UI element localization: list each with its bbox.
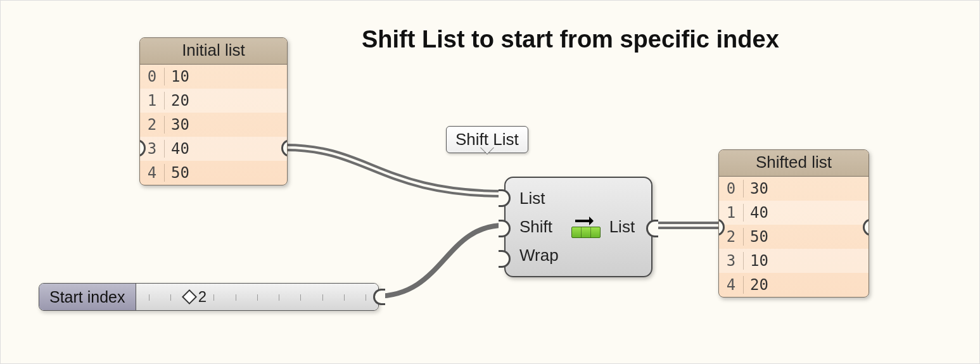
component-tooltip: Shift List — [446, 126, 528, 153]
grasshopper-canvas[interactable]: Shift List to start from specific index … — [0, 0, 980, 364]
table-row: 030 — [719, 177, 869, 201]
panel-rows: 010 120 230 340 450 — [140, 65, 287, 185]
panel-header: Shifted list — [719, 150, 869, 177]
slider-value: 2 — [198, 288, 207, 306]
slider-start-index[interactable]: Start index 2 — [39, 283, 379, 311]
output-list-label: List — [609, 217, 635, 237]
component-shift-list[interactable]: List Shift Wrap List — [504, 177, 652, 277]
slider-ticks — [149, 297, 366, 298]
input-list-label: List — [519, 189, 559, 208]
table-row: 250 — [719, 225, 869, 249]
table-row: 120 — [140, 89, 287, 113]
table-row: 230 — [140, 113, 287, 137]
slider-track[interactable]: 2 — [136, 284, 378, 310]
table-row: 010 — [140, 65, 287, 89]
panel-initial-list[interactable]: Initial list 010 120 230 340 450 — [139, 37, 288, 185]
panel-shifted-list[interactable]: Shifted list 030 140 250 310 420 — [718, 149, 869, 298]
slider-label: Start index — [39, 284, 136, 310]
table-row: 420 — [719, 273, 869, 297]
shift-list-icon — [571, 215, 601, 239]
table-row: 310 — [719, 249, 869, 273]
input-shift-label: Shift — [519, 217, 559, 237]
component-outputs: List — [606, 178, 649, 276]
table-row: 450 — [140, 161, 287, 185]
slider-output-grip[interactable] — [373, 289, 385, 305]
panel-header: Initial list — [140, 38, 287, 65]
slider-knob[interactable] — [182, 289, 197, 304]
table-row: 140 — [719, 201, 869, 225]
component-inputs: List Shift Wrap — [506, 178, 566, 276]
input-wrap-label: Wrap — [519, 246, 559, 265]
canvas-title: Shift List to start from specific index — [362, 26, 779, 53]
table-row: 340 — [140, 137, 287, 161]
panel-rows: 030 140 250 310 420 — [719, 177, 869, 297]
